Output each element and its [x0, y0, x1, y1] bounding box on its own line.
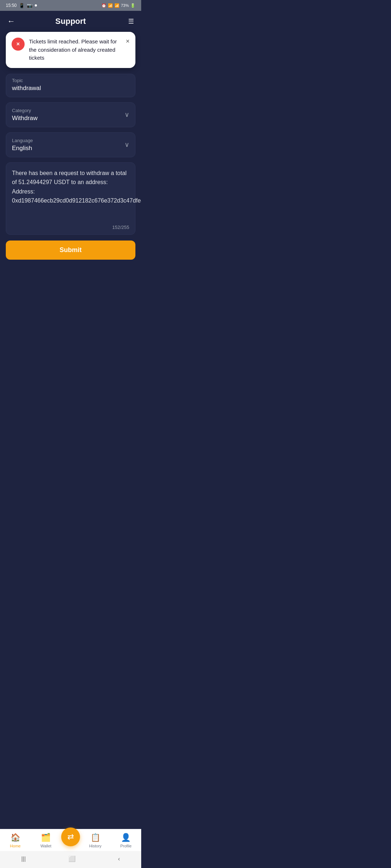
category-dropdown[interactable]: Category Withdraw ∨: [6, 102, 135, 127]
topic-label: Topic: [12, 78, 129, 83]
wifi-icon: 📶: [108, 3, 113, 8]
language-label: Language: [12, 138, 125, 143]
whatsapp-icon: 📱: [19, 3, 25, 8]
message-field[interactable]: There has been a request to withdraw a t…: [6, 162, 135, 235]
alert-close-button[interactable]: ×: [126, 38, 130, 45]
alarm-icon: ⏰: [101, 3, 106, 8]
char-count: 152/255: [112, 225, 129, 230]
page-title: Support: [20, 17, 121, 26]
battery-percent: 73%: [121, 3, 129, 8]
status-time: 15:50: [6, 3, 17, 8]
alert-banner: × Tickets limit reached. Please wait for…: [6, 32, 135, 68]
topic-value: withdrawal: [12, 85, 129, 92]
header: ← Support ☰: [0, 11, 141, 32]
category-chevron-down-icon: ∨: [125, 111, 129, 119]
instagram-icon: 📷: [27, 3, 33, 8]
message-text: There has been a request to withdraw a t…: [12, 169, 129, 205]
category-value: Withdraw: [12, 115, 125, 122]
battery-icon: 🔋: [130, 3, 135, 8]
language-value: English: [12, 145, 125, 152]
signal-icon: 📶: [114, 3, 119, 8]
back-button[interactable]: ←: [7, 17, 20, 26]
submit-button[interactable]: Submit: [6, 241, 135, 260]
category-label: Category: [12, 108, 125, 113]
alert-error-icon: ×: [12, 38, 25, 51]
menu-button[interactable]: ☰: [121, 17, 134, 25]
status-bar: 15:50 📱 📷 ⏰ 📶 📶 73% 🔋: [0, 0, 141, 11]
language-dropdown[interactable]: Language English ∨: [6, 132, 135, 157]
topic-field[interactable]: Topic withdrawal: [6, 74, 135, 97]
notification-dot: [35, 4, 37, 7]
alert-message: Tickets limit reached. Please wait for t…: [29, 38, 121, 62]
language-chevron-down-icon: ∨: [125, 141, 129, 149]
form-scroll-area: Topic withdrawal Category Withdraw ∨ Lan…: [0, 74, 141, 292]
